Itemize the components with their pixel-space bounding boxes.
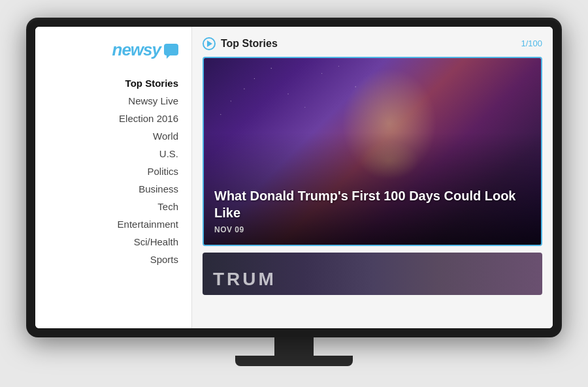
- featured-card[interactable]: What Donald Trump's First 100 Days Could…: [203, 57, 542, 246]
- nav-list: Top Stories Newsy Live Election 2016 Wor…: [42, 74, 178, 268]
- sidebar-item-sports[interactable]: Sports: [42, 251, 178, 268]
- sidebar-item-us[interactable]: U.S.: [42, 145, 178, 163]
- section-title: Top Stories: [221, 38, 278, 50]
- sidebar-item-sci-health[interactable]: Sci/Health: [42, 233, 178, 251]
- sidebar-item-election-2016[interactable]: Election 2016: [42, 110, 178, 127]
- sidebar-item-politics[interactable]: Politics: [42, 163, 178, 180]
- logo-container: newsy: [42, 40, 178, 60]
- card-headline: What Donald Trump's First 100 Days Could…: [214, 187, 531, 221]
- tv-screen: newsy Top Stories Newsy Live Election 20…: [35, 27, 553, 328]
- tv-stand-base: [235, 356, 353, 366]
- tv-container: newsy Top Stories Newsy Live Election 20…: [26, 18, 562, 370]
- page-counter: 1/100: [521, 39, 542, 48]
- play-triangle-icon: [207, 40, 212, 47]
- sidebar-item-tech[interactable]: Tech: [42, 198, 178, 215]
- logo-bubble-icon: [164, 44, 178, 55]
- card-date: NOV 09: [214, 225, 531, 234]
- logo-text: newsy: [112, 40, 161, 60]
- main-content: Top Stories 1/100 What Donald Trump's Fi…: [192, 27, 553, 328]
- second-card-image: TRUM: [203, 253, 542, 295]
- card-text-overlay: What Donald Trump's First 100 Days Could…: [204, 177, 541, 245]
- play-icon: [203, 37, 216, 50]
- tv-body: newsy Top Stories Newsy Live Election 20…: [26, 18, 562, 337]
- sidebar-item-world[interactable]: World: [42, 127, 178, 145]
- logo: newsy: [112, 40, 179, 60]
- sidebar-item-entertainment[interactable]: Entertainment: [42, 215, 178, 233]
- sidebar-item-newsy-live[interactable]: Newsy Live: [42, 92, 178, 110]
- section-header: Top Stories 1/100: [203, 37, 542, 50]
- sidebar-item-top-stories[interactable]: Top Stories: [42, 74, 178, 92]
- second-card-peek[interactable]: TRUM: [203, 253, 542, 295]
- sidebar-item-business[interactable]: Business: [42, 180, 178, 198]
- tv-stand-neck: [274, 337, 314, 356]
- trump-building-text: TRUM: [213, 269, 276, 290]
- sidebar: newsy Top Stories Newsy Live Election 20…: [35, 27, 192, 328]
- section-title-row: Top Stories: [203, 37, 278, 50]
